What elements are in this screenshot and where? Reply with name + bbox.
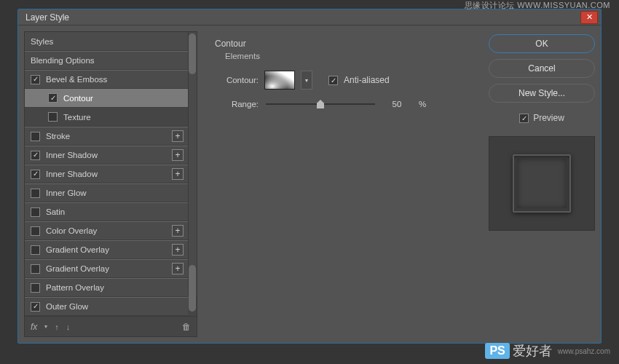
- contour-label: Contour:: [215, 76, 259, 84]
- styles-row-contour[interactable]: Contour: [25, 89, 188, 108]
- styles-row-stroke[interactable]: Stroke+: [25, 127, 188, 146]
- subsection-title: Elements: [225, 52, 471, 60]
- add-inner-shadow-button-2[interactable]: +: [172, 168, 184, 180]
- styles-row-outer-glow[interactable]: Outer Glow: [25, 297, 188, 316]
- preview-label: Preview: [533, 113, 564, 123]
- styles-row-inner-glow[interactable]: Inner Glow: [25, 183, 188, 202]
- styles-row-bevel[interactable]: Bevel & Emboss: [25, 70, 188, 89]
- checkbox-outer-glow[interactable]: [31, 302, 40, 312]
- preview-row: Preview: [489, 113, 595, 123]
- fx-menu-icon[interactable]: fx: [31, 322, 37, 332]
- styles-row-blending[interactable]: Blending Options: [25, 51, 188, 70]
- anti-aliased-checkbox[interactable]: [328, 76, 338, 85]
- styles-row-color-overlay[interactable]: Color Overlay+: [25, 221, 188, 240]
- preview-inner: [513, 154, 571, 213]
- checkbox-stroke[interactable]: [31, 132, 40, 141]
- watermark-top: 思缘设计论坛 WWW.MISSYUAN.COM: [465, 0, 610, 11]
- scrollbar-thumb[interactable]: [189, 33, 196, 74]
- layer-style-dialog: Layer Style ✕ Styles Blending Options Be…: [17, 9, 602, 344]
- move-up-icon[interactable]: ↑: [55, 323, 59, 331]
- add-color-overlay-button[interactable]: +: [172, 225, 184, 237]
- right-panel: OK Cancel New Style... Preview: [489, 31, 595, 337]
- range-slider-thumb[interactable]: [317, 100, 324, 108]
- add-gradient-overlay-button-2[interactable]: +: [172, 263, 184, 274]
- styles-row-texture[interactable]: Texture: [25, 108, 188, 127]
- styles-list: Styles Blending Options Bevel & Emboss C…: [25, 32, 197, 316]
- move-down-icon[interactable]: ↓: [66, 323, 71, 331]
- checkbox-gradient-overlay-2[interactable]: [31, 264, 40, 274]
- cancel-button[interactable]: Cancel: [489, 59, 595, 78]
- checkbox-contour[interactable]: [48, 93, 58, 103]
- trash-icon[interactable]: 🗑: [182, 322, 191, 332]
- scrollbar-thumb-lower[interactable]: [189, 265, 196, 312]
- checkbox-color-overlay[interactable]: [31, 226, 40, 236]
- styles-row-satin[interactable]: Satin: [25, 202, 188, 221]
- styles-row-inner-shadow-2[interactable]: Inner Shadow+: [25, 165, 188, 183]
- fx-menu-chevron-icon[interactable]: ▾: [44, 323, 47, 330]
- styles-row-styles[interactable]: Styles: [25, 32, 188, 51]
- add-stroke-button[interactable]: +: [172, 130, 184, 142]
- styles-row-gradient-overlay-2[interactable]: Gradient Overlay+: [25, 259, 188, 278]
- styles-row-pattern-overlay[interactable]: Pattern Overlay: [25, 278, 188, 297]
- section-title: Contour: [215, 39, 471, 49]
- checkbox-inner-shadow-2[interactable]: [31, 170, 40, 179]
- checkbox-inner-shadow-1[interactable]: [31, 151, 40, 160]
- checkbox-inner-glow[interactable]: [31, 189, 40, 198]
- styles-row-inner-shadow-1[interactable]: Inner Shadow+: [25, 146, 188, 165]
- close-icon: ✕: [586, 12, 593, 22]
- ok-button[interactable]: OK: [489, 34, 595, 53]
- close-button[interactable]: ✕: [580, 11, 598, 24]
- checkbox-pattern-overlay[interactable]: [31, 283, 40, 293]
- contour-swatch[interactable]: [264, 71, 295, 90]
- range-label: Range:: [215, 100, 259, 108]
- preview-thumbnail: [489, 136, 595, 231]
- range-unit: %: [419, 100, 426, 108]
- titlebar: Layer Style ✕: [18, 9, 601, 25]
- watermark-bottom: PS 爱好者 www.psahz.com: [485, 342, 610, 360]
- scrollbar-track[interactable]: [188, 32, 197, 296]
- range-slider[interactable]: [266, 103, 375, 105]
- range-row: Range: 50 %: [215, 100, 471, 108]
- styles-panel: Styles Blending Options Bevel & Emboss C…: [24, 31, 197, 337]
- add-inner-shadow-button[interactable]: +: [172, 149, 184, 161]
- range-value[interactable]: 50: [382, 100, 411, 108]
- checkbox-texture[interactable]: [48, 112, 58, 122]
- chevron-down-icon: ▾: [305, 77, 308, 84]
- watermark-url: www.psahz.com: [558, 347, 610, 355]
- styles-footer: fx ▾ ↑ ↓ 🗑: [25, 316, 197, 336]
- contour-row: Contour: ▾ Anti-aliased: [215, 71, 471, 90]
- add-gradient-overlay-button[interactable]: +: [172, 244, 184, 256]
- settings-panel: Contour Elements Contour: ▾ Anti-aliased…: [203, 31, 483, 337]
- ps-logo-icon: PS: [485, 343, 509, 359]
- new-style-button[interactable]: New Style...: [489, 84, 595, 103]
- checkbox-bevel[interactable]: [31, 75, 40, 84]
- anti-aliased-label: Anti-aliased: [344, 75, 390, 85]
- watermark-cn: 爱好者: [513, 342, 552, 360]
- checkbox-gradient-overlay-1[interactable]: [31, 245, 40, 255]
- styles-row-gradient-overlay-1[interactable]: Gradient Overlay+: [25, 240, 188, 259]
- checkbox-satin[interactable]: [31, 207, 40, 217]
- dialog-title: Layer Style: [25, 12, 69, 23]
- contour-dropdown[interactable]: ▾: [301, 71, 312, 90]
- preview-checkbox[interactable]: [519, 114, 529, 123]
